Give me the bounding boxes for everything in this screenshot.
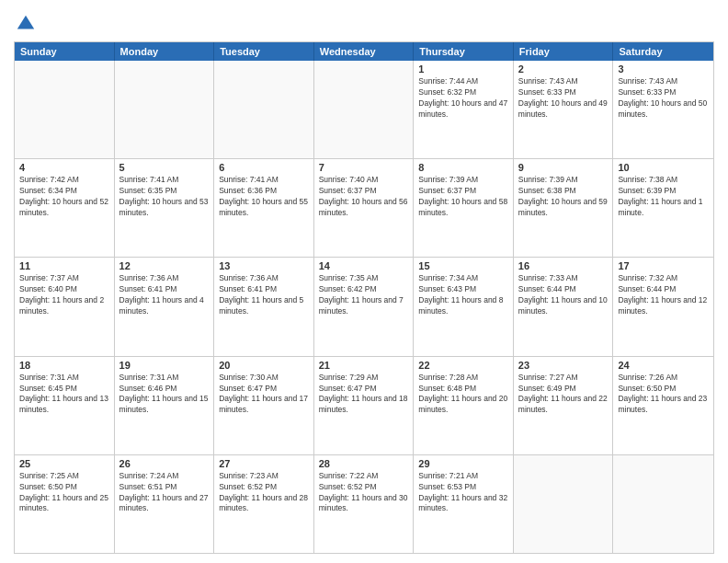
header-day-monday: Monday [115,42,215,61]
day-number: 3 [618,63,709,75]
day-info: Sunrise: 7:29 AMSunset: 6:47 PMDaylight:… [319,373,409,417]
day-cell-24: 24Sunrise: 7:26 AMSunset: 6:50 PMDayligh… [613,357,713,454]
day-info: Sunrise: 7:23 AMSunset: 6:52 PMDaylight:… [219,471,309,515]
day-number: 21 [319,360,409,371]
header-day-saturday: Saturday [613,42,713,61]
calendar-week-1: 1Sunrise: 7:44 AMSunset: 6:32 PMDaylight… [15,61,713,159]
day-cell-5: 5Sunrise: 7:41 AMSunset: 6:35 PMDaylight… [115,159,215,257]
day-cell-10: 10Sunrise: 7:38 AMSunset: 6:39 PMDayligh… [613,159,713,257]
day-cell-13: 13Sunrise: 7:36 AMSunset: 6:41 PMDayligh… [214,258,314,355]
day-number: 2 [518,63,609,75]
day-number: 11 [19,260,109,271]
day-number: 22 [418,360,508,371]
header [14,9,714,34]
day-info: Sunrise: 7:37 AMSunset: 6:40 PMDaylight:… [19,273,109,317]
day-info: Sunrise: 7:44 AMSunset: 6:32 PMDaylight:… [418,76,508,121]
day-number: 10 [618,162,709,173]
day-cell-12: 12Sunrise: 7:36 AMSunset: 6:41 PMDayligh… [115,258,215,355]
day-number: 28 [319,458,409,469]
logo-icon [16,14,36,34]
day-number: 25 [19,458,109,469]
day-info: Sunrise: 7:31 AMSunset: 6:45 PMDaylight:… [19,373,109,417]
day-cell-29: 29Sunrise: 7:21 AMSunset: 6:53 PMDayligh… [414,455,514,553]
calendar-week-5: 25Sunrise: 7:25 AMSunset: 6:50 PMDayligh… [15,455,713,553]
day-number: 17 [618,260,709,271]
day-info: Sunrise: 7:22 AMSunset: 6:52 PMDaylight:… [319,471,409,515]
day-info: Sunrise: 7:27 AMSunset: 6:49 PMDaylight:… [518,373,609,417]
day-info: Sunrise: 7:39 AMSunset: 6:38 PMDaylight:… [518,175,609,219]
calendar-body: 1Sunrise: 7:44 AMSunset: 6:32 PMDaylight… [15,61,713,553]
header-day-wednesday: Wednesday [314,42,415,61]
svg-marker-0 [17,16,34,29]
calendar-week-3: 11Sunrise: 7:37 AMSunset: 6:40 PMDayligh… [15,258,713,356]
day-number: 26 [119,458,210,469]
day-cell-6: 6Sunrise: 7:41 AMSunset: 6:36 PMDaylight… [214,159,314,257]
day-number: 23 [518,360,609,371]
day-cell-28: 28Sunrise: 7:22 AMSunset: 6:52 PMDayligh… [314,455,415,553]
day-info: Sunrise: 7:33 AMSunset: 6:44 PMDaylight:… [518,273,609,317]
header-day-sunday: Sunday [15,42,115,61]
day-number: 9 [518,162,609,173]
page: SundayMondayTuesdayWednesdayThursdayFrid… [0,0,728,563]
day-info: Sunrise: 7:43 AMSunset: 6:33 PMDaylight:… [518,76,609,121]
day-number: 27 [219,458,309,469]
day-cell-4: 4Sunrise: 7:42 AMSunset: 6:34 PMDaylight… [15,159,115,257]
day-cell-26: 26Sunrise: 7:24 AMSunset: 6:51 PMDayligh… [115,455,215,553]
day-number: 29 [418,458,508,469]
day-cell-15: 15Sunrise: 7:34 AMSunset: 6:43 PMDayligh… [414,258,514,355]
logo [14,14,36,34]
empty-cell [613,455,713,553]
day-cell-3: 3Sunrise: 7:43 AMSunset: 6:33 PMDaylight… [613,61,713,158]
day-info: Sunrise: 7:28 AMSunset: 6:48 PMDaylight:… [418,373,508,417]
empty-cell [115,61,215,158]
header-day-tuesday: Tuesday [214,42,314,61]
calendar-week-4: 18Sunrise: 7:31 AMSunset: 6:45 PMDayligh… [15,357,713,455]
day-cell-17: 17Sunrise: 7:32 AMSunset: 6:44 PMDayligh… [613,258,713,355]
calendar-header: SundayMondayTuesdayWednesdayThursdayFrid… [15,42,713,61]
day-cell-8: 8Sunrise: 7:39 AMSunset: 6:37 PMDaylight… [414,159,514,257]
day-number: 12 [119,260,210,271]
day-info: Sunrise: 7:21 AMSunset: 6:53 PMDaylight:… [418,471,508,515]
day-number: 6 [219,162,309,173]
day-number: 8 [418,162,508,173]
day-cell-23: 23Sunrise: 7:27 AMSunset: 6:49 PMDayligh… [514,357,614,454]
day-number: 5 [119,162,210,173]
day-info: Sunrise: 7:32 AMSunset: 6:44 PMDaylight:… [618,273,709,317]
day-cell-14: 14Sunrise: 7:35 AMSunset: 6:42 PMDayligh… [314,258,415,355]
day-number: 24 [618,360,709,371]
day-cell-2: 2Sunrise: 7:43 AMSunset: 6:33 PMDaylight… [514,61,614,158]
day-number: 7 [319,162,409,173]
day-number: 15 [418,260,508,271]
day-number: 20 [219,360,309,371]
empty-cell [214,61,314,158]
day-info: Sunrise: 7:36 AMSunset: 6:41 PMDaylight:… [119,273,210,317]
day-cell-9: 9Sunrise: 7:39 AMSunset: 6:38 PMDaylight… [514,159,614,257]
day-cell-27: 27Sunrise: 7:23 AMSunset: 6:52 PMDayligh… [214,455,314,553]
day-info: Sunrise: 7:40 AMSunset: 6:37 PMDaylight:… [319,175,409,219]
day-cell-21: 21Sunrise: 7:29 AMSunset: 6:47 PMDayligh… [314,357,415,454]
day-number: 19 [119,360,210,371]
day-cell-19: 19Sunrise: 7:31 AMSunset: 6:46 PMDayligh… [115,357,215,454]
day-cell-11: 11Sunrise: 7:37 AMSunset: 6:40 PMDayligh… [15,258,115,355]
day-info: Sunrise: 7:41 AMSunset: 6:35 PMDaylight:… [119,175,210,219]
calendar: SundayMondayTuesdayWednesdayThursdayFrid… [14,41,714,554]
day-info: Sunrise: 7:36 AMSunset: 6:41 PMDaylight:… [219,273,309,317]
day-info: Sunrise: 7:26 AMSunset: 6:50 PMDaylight:… [618,373,709,417]
day-number: 1 [418,63,508,75]
day-number: 14 [319,260,409,271]
day-cell-16: 16Sunrise: 7:33 AMSunset: 6:44 PMDayligh… [514,258,614,355]
day-cell-7: 7Sunrise: 7:40 AMSunset: 6:37 PMDaylight… [314,159,415,257]
day-info: Sunrise: 7:38 AMSunset: 6:39 PMDaylight:… [618,175,709,219]
day-info: Sunrise: 7:41 AMSunset: 6:36 PMDaylight:… [219,175,309,219]
day-cell-22: 22Sunrise: 7:28 AMSunset: 6:48 PMDayligh… [414,357,514,454]
day-info: Sunrise: 7:31 AMSunset: 6:46 PMDaylight:… [119,373,210,417]
day-info: Sunrise: 7:43 AMSunset: 6:33 PMDaylight:… [618,76,709,121]
day-cell-1: 1Sunrise: 7:44 AMSunset: 6:32 PMDaylight… [414,61,514,158]
day-cell-25: 25Sunrise: 7:25 AMSunset: 6:50 PMDayligh… [15,455,115,553]
empty-cell [314,61,415,158]
day-info: Sunrise: 7:24 AMSunset: 6:51 PMDaylight:… [119,471,210,515]
day-info: Sunrise: 7:35 AMSunset: 6:42 PMDaylight:… [319,273,409,317]
day-number: 13 [219,260,309,271]
empty-cell [15,61,115,158]
day-info: Sunrise: 7:42 AMSunset: 6:34 PMDaylight:… [19,175,109,219]
